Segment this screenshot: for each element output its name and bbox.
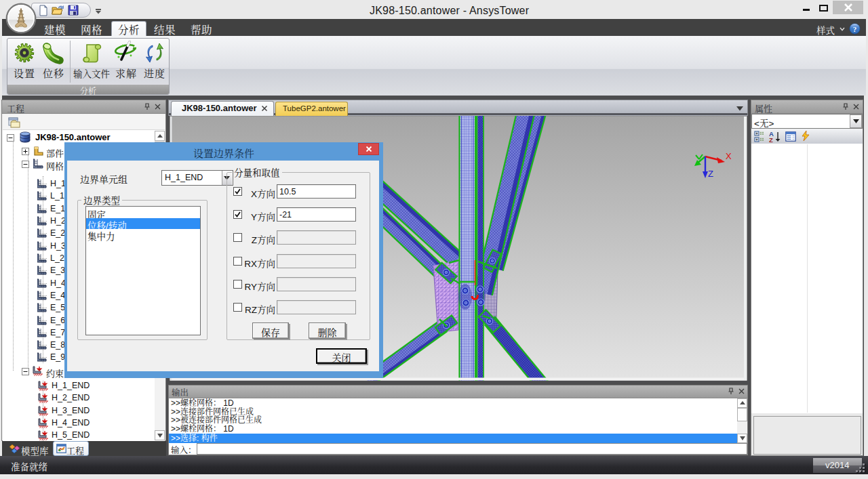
svg-text:Z: Z — [769, 136, 773, 143]
svg-text:X: X — [726, 151, 732, 161]
svg-text:Z: Z — [708, 169, 713, 179]
svg-text:?: ? — [853, 25, 857, 33]
